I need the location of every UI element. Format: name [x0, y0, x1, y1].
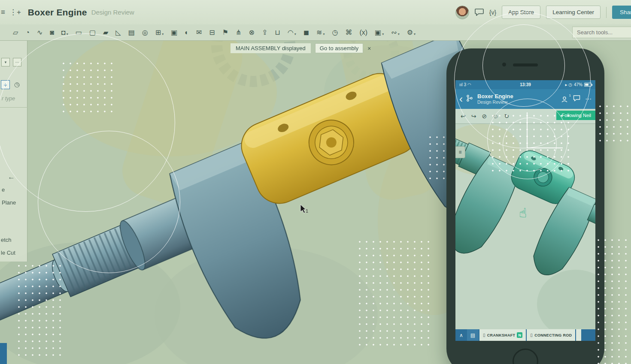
tree-item-hole-cut[interactable]: le Cut — [1, 250, 15, 256]
more-icon[interactable]: ⋯ — [585, 95, 592, 103]
search-tools-input[interactable] — [572, 27, 631, 38]
mobile-tools: ↩↪⊘☺↻ — [461, 113, 509, 120]
toolbar-icon-variable[interactable]: (x) — [358, 28, 368, 37]
following-badge[interactable]: Following Neil — [556, 111, 595, 120]
share-button[interactable]: Share — [612, 6, 631, 19]
chat-icon[interactable] — [475, 9, 484, 16]
expand-dock-button[interactable]: ∧ — [455, 329, 467, 341]
versions-icon[interactable]: {v} — [489, 9, 496, 16]
mobile-status-bar: ııl 3 ◠ 13:39 ▸ ◷ 47% — [455, 80, 595, 89]
app-store-button[interactable]: App Store — [502, 6, 540, 19]
divider — [0, 107, 27, 108]
clock-time: 13:39 — [455, 82, 595, 87]
mobile-tab[interactable]: ▯ CRANKSHAFT N — [479, 329, 526, 341]
back-icon[interactable]: ‹ — [459, 94, 463, 104]
part-tab-icon: ▯ — [530, 333, 533, 337]
toolbar-icon-sheet[interactable]: ▱ — [12, 28, 19, 37]
toolbar-icon-mirror[interactable]: ◐ — [184, 28, 190, 37]
mobile-toolbar: ↩↪⊘☺↻ Following Neil — [455, 109, 595, 124]
toolbar-icon-fold[interactable]: ◠ ▾ — [287, 28, 297, 37]
chevron-down-icon: ▾ — [162, 32, 164, 36]
mobile-tool[interactable]: ☺ — [492, 113, 498, 120]
chat-icon[interactable] — [573, 95, 580, 103]
mobile-dock: ∧ ▤ ▯ CRANKSHAFT N ▯ CONNECTING ROD — [455, 329, 595, 341]
svg-text:1: 1 — [306, 208, 308, 214]
back-arrow-icon[interactable]: ← — [8, 173, 15, 181]
documents-button[interactable]: ▤ — [467, 329, 479, 341]
toolbar-icon-settings[interactable]: ⚙ ▾ — [406, 28, 416, 37]
menu-icon[interactable]: ≡ — [1, 8, 5, 17]
collaborators-icon[interactable]: 1 — [561, 96, 568, 102]
close-icon[interactable]: × — [367, 45, 371, 52]
mobile-tool[interactable]: ↻ — [504, 113, 510, 120]
notification-bar: MAIN ASSEMBLY displayed Go to assembly × — [231, 43, 371, 54]
toolbar-icon-rebuild[interactable]: ◔ — [24, 28, 30, 37]
phone-speaker — [513, 63, 538, 66]
user-avatar[interactable] — [455, 6, 469, 19]
document-title: Boxer Engine — [28, 7, 87, 18]
tree-item[interactable]: e — [2, 187, 5, 193]
toolbar-icon-clock[interactable]: ◷ — [331, 28, 339, 37]
mobile-doc-title: Boxer Engine — [477, 93, 513, 100]
toolbar-icon-frame[interactable]: ⌘ — [344, 28, 353, 37]
toolbar-icon-rounded-rect[interactable]: ▢ — [88, 28, 97, 37]
toolbar-icon-layers[interactable]: ≋ ▾ — [316, 28, 325, 37]
mouse-cursor: 1 — [300, 205, 308, 214]
mobile-3d-viewport[interactable]: ☝ ≡ — [455, 124, 595, 329]
toolbar-icons: ▱ ◔ ∿ ◙ ◘ ▾ ▭ ▢ ▰ — [12, 28, 416, 37]
toolbar-icon-remove[interactable]: ⊗ — [248, 28, 255, 37]
toolbar-icon-tray[interactable]: ⊔ — [274, 28, 281, 37]
chevron-down-icon: ▾ — [67, 32, 68, 36]
branch-icon[interactable] — [466, 95, 473, 103]
mobile-tab-partial[interactable] — [576, 329, 581, 341]
divider — [606, 7, 607, 18]
chevron-down-icon: ▾ — [323, 32, 325, 36]
tree-item-plane[interactable]: Plane — [2, 199, 16, 206]
toolbar-icon-section[interactable]: ∾ ▾ — [390, 28, 400, 37]
tree-item-sketch[interactable]: etch — [1, 237, 12, 243]
battery-icon — [584, 83, 592, 87]
mobile-nav-bar: ‹ Boxer Engine Design Review 1 ⋯ — [455, 89, 595, 109]
home-button[interactable] — [513, 349, 538, 364]
toolbar-icon-target[interactable]: ◎ — [141, 28, 149, 37]
toolbar-icon-package[interactable]: ⊟ — [208, 28, 215, 37]
toolbar-icon-pattern[interactable]: ⊞ ▾ — [155, 28, 164, 37]
chevron-down-icon: ▾ — [414, 32, 416, 36]
mobile-tab[interactable]: ▯ CONNECTING ROD — [527, 329, 575, 341]
toolbar-icon-flag[interactable]: ⚑ — [221, 28, 229, 37]
view-tools-chip[interactable]: ≡ — [455, 146, 465, 158]
mobile-tool[interactable]: ⊘ — [482, 113, 487, 120]
onshape-app: 1 ≡ ⋮+ Boxer Engine Design Review {v} Ap… — [0, 0, 631, 364]
feature-tree-panel: ▾ ⋯ + ◷ r type ← e Plane etch le Cut — [0, 41, 27, 262]
toolbar-icon-envelope[interactable]: ✉ — [195, 28, 203, 37]
filter-input-fragment[interactable]: r type — [2, 96, 15, 102]
history-icon[interactable]: ◷ — [14, 81, 20, 88]
toolbar-icon-solid[interactable]: ◼ — [303, 28, 310, 37]
more-options-button[interactable]: ⋯ — [13, 58, 21, 66]
toolbar-icon-branch[interactable]: ⋔ — [235, 28, 242, 37]
tree-collapse-button[interactable]: ▾ — [1, 58, 10, 66]
toolbar-icon-wedge[interactable]: ◺ — [115, 28, 121, 37]
toolbar-icon-stamp[interactable]: ◘ ▾ — [61, 28, 69, 37]
toolbar-icon-panel[interactable]: ▤ — [127, 28, 136, 37]
part-tab-icon: ▯ — [483, 333, 485, 337]
chevron-down-icon: ▾ — [398, 32, 400, 36]
toolbar-icon-upload[interactable]: ⇪ — [261, 28, 268, 37]
toolbar-icon-parallelogram[interactable]: ▰ — [102, 28, 109, 37]
learning-center-button[interactable]: Learning Center — [546, 6, 601, 19]
toolbar-icon-rectangle[interactable]: ▭ — [75, 28, 83, 37]
topbar: ≡ ⋮+ Boxer Engine Design Review {v} App … — [0, 0, 631, 24]
notification-message: MAIN ASSEMBLY displayed — [231, 43, 311, 53]
toolbar-icon-spline[interactable]: ∿ — [36, 28, 43, 37]
chevron-down-icon: ▾ — [382, 32, 384, 36]
mobile-tabs: ▯ CRANKSHAFT N ▯ CONNECTING ROD — [479, 329, 575, 341]
insert-icon[interactable]: ⋮+ — [9, 8, 21, 17]
phone-screen: ııl 3 ◠ 13:39 ▸ ◷ 47% ‹ Boxer Engine Des… — [455, 80, 595, 341]
toolbar-icon-boss[interactable]: ◙ — [49, 28, 55, 37]
toolbar-icon-documents[interactable]: ▣ ▾ — [374, 28, 385, 37]
mobile-tool[interactable]: ↪ — [471, 113, 476, 120]
go-to-assembly-button[interactable]: Go to assembly — [315, 43, 363, 53]
mobile-tool[interactable]: ↩ — [461, 113, 466, 120]
toolbar-icon-copies[interactable]: ▣ — [170, 28, 178, 37]
add-feature-button[interactable]: + — [1, 80, 10, 89]
